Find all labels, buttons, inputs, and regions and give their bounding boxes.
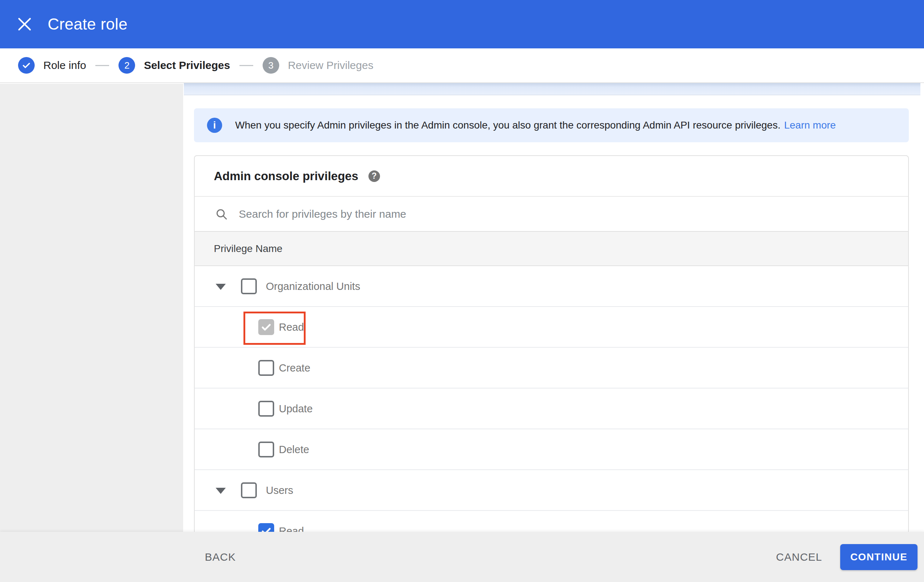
privilege-row[interactable]: Update bbox=[195, 389, 908, 429]
info-icon: i bbox=[207, 118, 222, 133]
step-label: Review Privileges bbox=[288, 59, 373, 71]
card-title: Admin console privileges bbox=[214, 169, 358, 183]
privilege-checkbox[interactable] bbox=[258, 442, 274, 457]
scrolled-content-strip bbox=[184, 83, 921, 95]
expand-arrow-icon[interactable] bbox=[216, 488, 226, 494]
continue-button[interactable]: CONTINUE bbox=[840, 544, 917, 570]
app-bar: Create role bbox=[0, 0, 924, 48]
step-number: 2 bbox=[119, 57, 135, 74]
help-icon[interactable]: ? bbox=[368, 170, 380, 182]
privilege-label: Update bbox=[279, 389, 313, 429]
step-separator bbox=[96, 65, 109, 66]
footer-bar: BACK CANCEL CONTINUE bbox=[0, 532, 924, 582]
privilege-row[interactable]: Create bbox=[195, 348, 908, 389]
step-label: Select Privileges bbox=[144, 59, 230, 71]
back-button[interactable]: BACK bbox=[205, 551, 236, 563]
column-header-label: Privilege Name bbox=[214, 243, 282, 254]
privilege-checkbox[interactable] bbox=[241, 279, 257, 294]
stepper: Role info 2 Select Privileges 3 Review P… bbox=[0, 48, 924, 83]
privilege-checkbox[interactable] bbox=[258, 401, 274, 417]
privilege-checkbox[interactable] bbox=[258, 360, 274, 376]
privilege-rows: Organizational Units Read Create Update … bbox=[195, 266, 908, 552]
privilege-row[interactable]: Delete bbox=[195, 429, 908, 470]
search-row bbox=[195, 197, 908, 231]
left-rail bbox=[0, 84, 183, 582]
step-number: 3 bbox=[262, 57, 279, 74]
step-separator bbox=[239, 65, 253, 66]
close-icon[interactable] bbox=[7, 6, 43, 42]
search-icon bbox=[215, 208, 228, 221]
search-input[interactable] bbox=[239, 208, 780, 220]
expand-arrow-icon[interactable] bbox=[216, 284, 226, 290]
privilege-label: Create bbox=[279, 348, 310, 389]
dialog-title: Create role bbox=[48, 15, 127, 33]
learn-more-link[interactable]: Learn more bbox=[784, 119, 836, 131]
step-check-icon bbox=[18, 57, 35, 74]
cancel-button[interactable]: CANCEL bbox=[776, 551, 822, 563]
privilege-row[interactable]: Users bbox=[195, 470, 908, 511]
privileges-card: Admin console privileges ? Privilege Nam… bbox=[194, 155, 909, 582]
privilege-label: Users bbox=[266, 470, 293, 511]
privilege-row[interactable]: Organizational Units bbox=[195, 266, 908, 307]
info-banner-text: When you specify Admin privileges in the… bbox=[235, 119, 836, 131]
privilege-checkbox[interactable] bbox=[241, 482, 257, 498]
card-heading: Admin console privileges ? bbox=[195, 156, 908, 197]
step-role-info[interactable]: Role info bbox=[18, 57, 86, 74]
privilege-label: Read bbox=[279, 307, 304, 348]
privilege-label: Delete bbox=[279, 429, 309, 470]
step-select-privileges[interactable]: 2 Select Privileges bbox=[119, 57, 230, 74]
step-review-privileges[interactable]: 3 Review Privileges bbox=[262, 57, 373, 74]
info-banner: i When you specify Admin privileges in t… bbox=[194, 108, 909, 142]
privilege-row[interactable]: Read bbox=[195, 307, 908, 348]
privilege-checkbox[interactable] bbox=[258, 319, 274, 335]
table-column-header: Privilege Name bbox=[195, 231, 908, 266]
footer-actions: CANCEL CONTINUE bbox=[776, 544, 917, 570]
privilege-label: Organizational Units bbox=[266, 266, 360, 307]
step-label: Role info bbox=[43, 59, 86, 71]
